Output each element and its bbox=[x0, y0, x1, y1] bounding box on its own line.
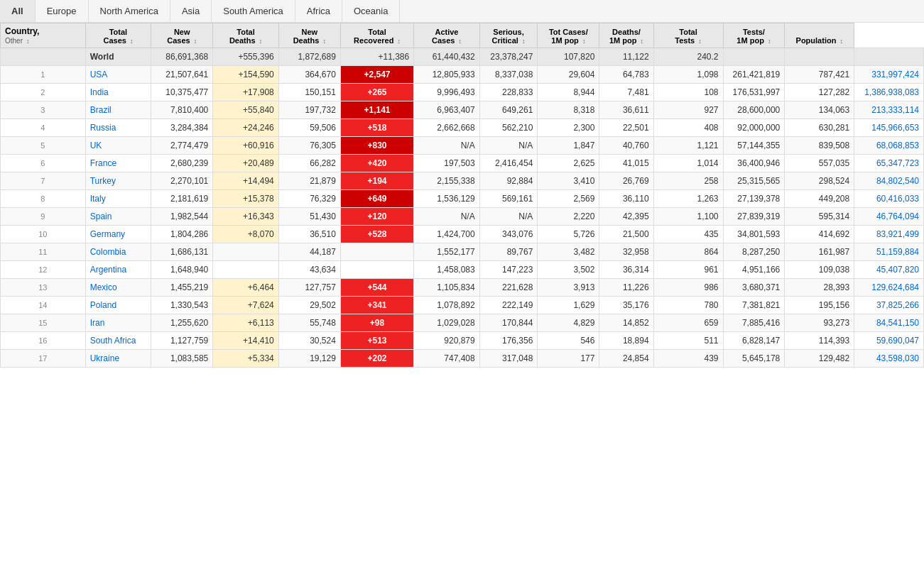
tab-south-america[interactable]: South America bbox=[212, 0, 295, 22]
row-num: 12 bbox=[1, 261, 86, 279]
row-tests-pop: 127,282 bbox=[785, 84, 854, 101]
row-serious: 5,726 bbox=[538, 226, 599, 243]
country-link[interactable]: South Africa bbox=[90, 336, 136, 346]
row-total-tests: 7,885,416 bbox=[723, 314, 785, 332]
sort-icon-totalDeaths[interactable]: ↕ bbox=[259, 38, 263, 45]
sort-icon-newCases[interactable]: ↕ bbox=[194, 38, 197, 45]
row-total-recovered: 747,408 bbox=[414, 350, 480, 368]
sort-icon-totalTests[interactable]: ↕ bbox=[698, 38, 702, 45]
tab-north-america[interactable]: North America bbox=[89, 0, 170, 22]
sort-icon-totalCases[interactable]: ↕ bbox=[130, 38, 134, 45]
row-num: 1 bbox=[1, 66, 86, 84]
row-total-deaths: 76,329 bbox=[278, 190, 340, 208]
row-country[interactable]: Argentina bbox=[85, 261, 151, 279]
country-link[interactable]: Iran bbox=[90, 318, 105, 328]
col-header-totCasesPop[interactable]: Tot Cases/1M pop ↕ bbox=[538, 23, 599, 48]
table-row: 10Germany1,804,286+8,07036,510+5281,424,… bbox=[1, 226, 924, 243]
sort-icon-totCasesPop[interactable]: ↕ bbox=[582, 38, 586, 45]
tab-africa[interactable]: Africa bbox=[295, 0, 342, 22]
country-link[interactable]: UK bbox=[90, 140, 102, 150]
row-tests-pop: 630,281 bbox=[785, 119, 854, 137]
country-link[interactable]: France bbox=[90, 158, 116, 168]
country-link[interactable]: Brazil bbox=[90, 105, 112, 115]
col-header-activeCases[interactable]: ActiveCases ↕ bbox=[414, 23, 480, 48]
country-link[interactable]: USA bbox=[90, 70, 108, 79]
row-new-cases: +5,334 bbox=[213, 350, 279, 368]
row-country[interactable]: France bbox=[85, 155, 151, 172]
col-header-testsPop[interactable]: Tests/1M pop ↕ bbox=[723, 23, 785, 48]
row-num: 4 bbox=[1, 119, 86, 137]
country-link[interactable]: Mexico bbox=[90, 282, 117, 292]
col-header-totalTests[interactable]: TotalTests ↕ bbox=[653, 23, 723, 48]
sort-icon-newDeaths[interactable]: ↕ bbox=[322, 38, 326, 45]
row-total-recovered: 1,552,177 bbox=[414, 243, 480, 261]
tab-oceania[interactable]: Oceania bbox=[342, 0, 400, 22]
row-new-cases: +60,916 bbox=[213, 137, 279, 155]
row-country[interactable]: India bbox=[85, 84, 151, 101]
row-deaths-pop: 408 bbox=[653, 119, 723, 137]
country-link[interactable]: Italy bbox=[90, 194, 106, 204]
country-link[interactable]: Turkey bbox=[90, 176, 116, 186]
col-header-totalRecovered[interactable]: TotalRecovered ↕ bbox=[340, 23, 413, 48]
row-total-recovered: 197,503 bbox=[414, 155, 480, 172]
country-link[interactable]: Germany bbox=[90, 229, 125, 239]
row-tests-pop: 449,208 bbox=[785, 190, 854, 208]
sort-icon-deathsPop[interactable]: ↕ bbox=[641, 38, 644, 45]
row-country[interactable]: Germany bbox=[85, 226, 151, 243]
row-country[interactable]: Iran bbox=[85, 314, 151, 332]
row-total-cases: 10,375,477 bbox=[151, 84, 213, 101]
row-country[interactable]: South Africa bbox=[85, 332, 151, 350]
sort-icon-population[interactable]: ↕ bbox=[839, 38, 843, 45]
tab-asia[interactable]: Asia bbox=[170, 0, 212, 22]
row-country[interactable]: Mexico bbox=[85, 279, 151, 297]
tab-all[interactable]: All bbox=[0, 0, 36, 22]
row-active-cases: N/A bbox=[479, 208, 538, 226]
sort-icon-testsPop[interactable]: ↕ bbox=[768, 38, 771, 45]
col-header-totalDeaths[interactable]: TotalDeaths ↕ bbox=[213, 23, 279, 48]
row-serious: 3,502 bbox=[538, 261, 599, 279]
row-tot-cases-pop: 41,015 bbox=[599, 155, 653, 172]
row-country[interactable]: Russia bbox=[85, 119, 151, 137]
sort-icon-serious[interactable]: ↕ bbox=[522, 38, 526, 45]
row-country[interactable]: Spain bbox=[85, 208, 151, 226]
row-total-recovered: 1,536,129 bbox=[414, 190, 480, 208]
col-header-totalCases[interactable]: TotalCases ↕ bbox=[85, 23, 151, 48]
row-tests-pop: 161,987 bbox=[785, 243, 854, 261]
row-tot-cases-pop: 64,783 bbox=[599, 66, 653, 84]
row-country[interactable]: USA bbox=[85, 66, 151, 84]
country-link[interactable]: Spain bbox=[90, 211, 112, 221]
country-link[interactable]: India bbox=[90, 87, 109, 97]
row-country[interactable]: Colombia bbox=[85, 243, 151, 261]
row-tot-cases-pop: 35,176 bbox=[599, 297, 653, 314]
row-tests-pop: 28,393 bbox=[785, 279, 854, 297]
row-total-cases: 3,284,384 bbox=[151, 119, 213, 137]
country-link[interactable]: Colombia bbox=[90, 247, 126, 257]
row-country[interactable]: Turkey bbox=[85, 172, 151, 190]
row-total-recovered: N/A bbox=[414, 208, 480, 226]
row-population: 129,624,684 bbox=[854, 279, 924, 297]
col-header-newCases[interactable]: NewCases ↕ bbox=[151, 23, 213, 48]
sort-icon-totalRecovered[interactable]: ↕ bbox=[397, 38, 401, 45]
country-link[interactable]: Argentina bbox=[90, 265, 126, 275]
col-header-population[interactable]: Population ↕ bbox=[785, 23, 854, 48]
tab-europe[interactable]: Europe bbox=[36, 0, 89, 22]
row-country[interactable]: Italy bbox=[85, 190, 151, 208]
row-country[interactable]: Poland bbox=[85, 297, 151, 314]
row-num: 17 bbox=[1, 350, 86, 368]
row-country[interactable]: Ukraine bbox=[85, 350, 151, 368]
world-cell-5: +11,386 bbox=[340, 48, 413, 66]
col-header-newDeaths[interactable]: NewDeaths ↕ bbox=[278, 23, 340, 48]
row-tests-pop: 129,482 bbox=[785, 350, 854, 368]
country-link[interactable]: Poland bbox=[90, 300, 116, 310]
row-country[interactable]: Brazil bbox=[85, 101, 151, 119]
col-header-country[interactable]: Country,Other ↕ bbox=[1, 23, 86, 48]
table-row: 8Italy2,181,619+15,37876,329+6491,536,12… bbox=[1, 190, 924, 208]
row-country[interactable]: UK bbox=[85, 137, 151, 155]
sort-icon-activeCases[interactable]: ↕ bbox=[458, 38, 462, 45]
col-header-serious[interactable]: Serious,Critical ↕ bbox=[479, 23, 538, 48]
country-link[interactable]: Ukraine bbox=[90, 353, 119, 363]
country-link[interactable]: Russia bbox=[90, 123, 116, 133]
row-total-recovered: 1,458,083 bbox=[414, 261, 480, 279]
col-header-deathsPop[interactable]: Deaths/1M pop ↕ bbox=[599, 23, 653, 48]
row-new-deaths: +830 bbox=[340, 137, 413, 155]
